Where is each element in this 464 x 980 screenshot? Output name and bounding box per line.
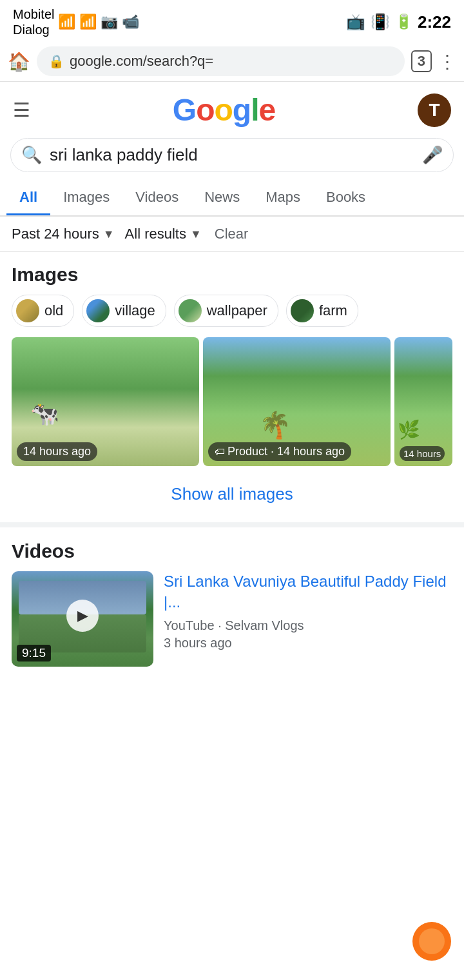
image-2[interactable]: 🌴 🏷 Product · 14 hours ago [203, 337, 391, 466]
url-text: google.com/search?q= [70, 53, 213, 70]
results-filter-caret: ▼ [190, 228, 202, 241]
signal-icon2: 📶 [79, 14, 97, 30]
images-section: Images old village wallpaper farm 🐄 14 h… [0, 252, 464, 466]
tab-videos[interactable]: Videos [122, 181, 191, 215]
chip-wallpaper-label: wallpaper [207, 302, 267, 319]
mic-icon[interactable]: 🎤 [422, 145, 443, 165]
results-filter[interactable]: All results ▼ [125, 226, 202, 242]
image-chips: old village wallpaper farm [12, 295, 452, 327]
search-tabs: All Images Videos News Maps Books [0, 181, 464, 217]
image-3[interactable]: 🌿 14 hours [394, 337, 452, 466]
more-options-icon[interactable]: ⋮ [438, 51, 456, 72]
cast-icon: 📺 [346, 13, 365, 31]
image-1[interactable]: 🐄 14 hours ago [12, 337, 199, 466]
google-header: ☰ Google T [0, 82, 464, 134]
vibrate-icon: 📳 [371, 13, 390, 31]
videos-section-title: Videos [12, 540, 452, 562]
battery-icon: 🔋 [395, 14, 412, 30]
video-duration: 9:15 [17, 645, 51, 662]
time-filter-caret: ▼ [103, 228, 115, 241]
chip-wallpaper[interactable]: wallpaper [174, 295, 278, 327]
chip-thumb-village [86, 299, 110, 322]
search-input[interactable] [50, 145, 414, 165]
video-title[interactable]: Sri Lanka Vavuniya Beautiful Paddy Field… [164, 571, 452, 613]
videos-section: Videos ▶ 9:15 Sri Lanka Vavuniya Beautif… [0, 527, 464, 680]
lock-icon: 🔒 [48, 54, 64, 69]
avatar[interactable]: T [418, 93, 451, 127]
chip-thumb-old [16, 299, 39, 322]
chip-old[interactable]: old [12, 295, 74, 327]
chip-farm-label: farm [319, 302, 347, 319]
filter-bar: Past 24 hours ▼ All results ▼ Clear [0, 217, 464, 252]
video-thumbnail[interactable]: ▶ 9:15 [12, 571, 153, 667]
clear-button[interactable]: Clear [215, 226, 249, 242]
signal-icon: 📶 [58, 14, 75, 30]
tab-maps[interactable]: Maps [253, 181, 313, 215]
time-filter[interactable]: Past 24 hours ▼ [12, 226, 115, 242]
chip-thumb-farm [291, 299, 314, 322]
video-time: 3 hours ago [164, 636, 452, 651]
images-section-title: Images [12, 264, 452, 286]
search-icon: 🔍 [21, 145, 42, 165]
carrier-name: Mobitel Dialog [13, 6, 54, 37]
chip-village-label: village [115, 302, 155, 319]
tab-news[interactable]: News [191, 181, 253, 215]
time-display: 2:22 [418, 12, 451, 32]
image-grid: 🐄 14 hours ago 🌴 🏷 Product · 14 hours ag… [12, 337, 452, 466]
image-2-label: 🏷 Product · 14 hours ago [208, 442, 351, 461]
show-all-images[interactable]: Show all images [0, 466, 464, 527]
status-bar: Mobitel Dialog 📶 📶 📷 📹 📺 📳 🔋 2:22 [0, 0, 464, 41]
status-right: 📺 📳 🔋 2:22 [346, 12, 451, 32]
chip-thumb-wallpaper [179, 299, 202, 322]
video-info: Sri Lanka Vavuniya Beautiful Paddy Field… [164, 571, 452, 651]
tab-count[interactable]: 3 [411, 50, 432, 72]
video-card: ▶ 9:15 Sri Lanka Vavuniya Beautiful Padd… [12, 571, 452, 667]
carrier-info: Mobitel Dialog 📶 📶 📷 📹 [13, 6, 139, 37]
tab-all[interactable]: All [6, 181, 50, 215]
video-icon: 📹 [122, 14, 139, 30]
tag-icon: 🏷 [215, 446, 225, 458]
tab-images[interactable]: Images [50, 181, 122, 215]
chip-old-label: old [44, 302, 63, 319]
play-button[interactable]: ▶ [66, 600, 99, 632]
url-bar[interactable]: 🔒 google.com/search?q= [37, 46, 405, 76]
video-source: YouTube · Selvam Vlogs [164, 618, 452, 633]
browser-bar: 🏠 🔒 google.com/search?q= 3 ⋮ [0, 41, 464, 82]
time-filter-label: Past 24 hours [12, 226, 99, 242]
results-filter-label: All results [125, 226, 186, 242]
camera-icon: 📷 [101, 14, 118, 30]
search-bar[interactable]: 🔍 🎤 [10, 138, 454, 172]
image-3-label: 14 hours [400, 446, 445, 461]
chip-village[interactable]: village [82, 295, 166, 327]
chip-farm[interactable]: farm [286, 295, 358, 327]
tab-books[interactable]: Books [313, 181, 378, 215]
hamburger-menu[interactable]: ☰ [13, 99, 30, 121]
google-logo: Google [173, 92, 275, 128]
home-icon[interactable]: 🏠 [8, 51, 30, 72]
image-1-label: 14 hours ago [17, 442, 97, 461]
